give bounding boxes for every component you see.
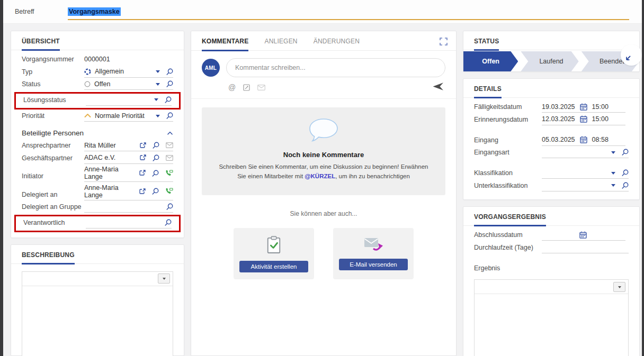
betreff-input[interactable]: Vorgangsmaske <box>68 4 629 20</box>
status-field[interactable]: Offen <box>84 79 173 90</box>
search-icon[interactable] <box>166 68 173 75</box>
send-email-button[interactable]: E-Mail versenden <box>339 259 408 270</box>
phone-contact-icon[interactable] <box>165 188 173 195</box>
mention-icon[interactable]: @ <box>228 84 236 91</box>
calendar-icon[interactable] <box>579 231 587 239</box>
tab-anliegen[interactable]: ANLIEGEN <box>264 38 297 50</box>
abschlussdatum-field[interactable] <box>542 230 625 241</box>
quick-actions: Aktivität erstellen E-Mail versenden <box>191 228 456 279</box>
fullscreen-icon[interactable] <box>440 38 448 48</box>
search-icon[interactable] <box>166 203 173 210</box>
empty-state-title: Noch keine Kommentare <box>218 151 430 159</box>
mail-icon[interactable] <box>166 142 173 148</box>
field-prioritaet: Priorität Normale Priorität <box>11 111 184 122</box>
collapse-panel-button[interactable] <box>621 44 642 66</box>
phone-contact-icon[interactable] <box>165 170 173 177</box>
verantwortlich-field[interactable] <box>86 218 172 229</box>
field-delegiert-an-gruppe: Delegiert an Gruppe <box>11 202 184 213</box>
field-eingangsart: Eingangsart <box>463 148 639 158</box>
status-stepper: Offen Laufend Beendet <box>463 51 639 71</box>
open-record-icon[interactable] <box>140 154 146 161</box>
dropdown-icon[interactable] <box>156 115 160 120</box>
left-column: ÜBERSICHT Vorgangsnummer 0000001 Typ All… <box>11 31 184 356</box>
send-email-card: E-Mail versenden <box>333 228 414 279</box>
type-ring-icon <box>84 68 91 75</box>
prioritaet-field[interactable]: Normale Priorität <box>84 111 173 122</box>
beschreibung-card: BESCHREIBUNG <box>11 244 184 356</box>
comment-input[interactable] <box>226 58 445 77</box>
field-erinnerungsdatum: Erinnerungsdatum 12.03.2025 15:00 <box>463 115 639 125</box>
step-laufend[interactable]: Laufend <box>521 51 578 71</box>
search-icon[interactable] <box>165 96 172 103</box>
dropdown-icon[interactable] <box>154 98 158 103</box>
dropdown-icon[interactable] <box>611 172 615 177</box>
search-icon[interactable] <box>166 80 173 87</box>
search-icon[interactable] <box>152 188 159 195</box>
search-icon[interactable] <box>622 182 629 189</box>
mail-icon[interactable] <box>257 85 265 90</box>
betreff-label: Betreff <box>15 8 34 15</box>
open-record-icon[interactable] <box>139 188 146 195</box>
search-icon[interactable] <box>165 219 172 226</box>
note-icon[interactable] <box>243 84 250 91</box>
durchlaufzeit-field[interactable] <box>542 243 629 253</box>
collapse-chevron-icon[interactable] <box>167 128 173 138</box>
mail-forward-icon <box>363 236 383 252</box>
dropdown-icon[interactable] <box>156 83 160 88</box>
people-title: Beteiligte Personen <box>22 129 84 137</box>
faelligkeitsdatum-field[interactable]: 19.03.2025 15:00 <box>542 102 625 113</box>
ergebnis-label: Ergebnis <box>463 261 639 272</box>
search-icon[interactable] <box>153 142 159 149</box>
search-icon[interactable] <box>153 154 159 161</box>
beschreibung-text[interactable] <box>22 286 173 318</box>
geschaeftspartner-field[interactable]: ADAC e.V. <box>84 153 173 164</box>
field-verantwortlich: Verantwortlich <box>23 218 172 229</box>
delegiert-an-gruppe-field[interactable] <box>84 202 173 213</box>
mention-hint: @KÜRZEL <box>305 173 335 179</box>
uebersicht-card: ÜBERSICHT Vorgangsnummer 0000001 Typ All… <box>11 31 184 238</box>
initiator-field[interactable]: Anne-Maria Lange <box>84 166 173 182</box>
step-offen[interactable]: Offen <box>463 51 518 71</box>
delegiert-an-field[interactable]: Anne-Maria Lange <box>84 184 173 200</box>
tab-kommentare[interactable]: KOMMENTARE <box>202 38 248 51</box>
beschreibung-editor[interactable] <box>22 271 173 356</box>
also-text: Sie können aber auch... <box>191 210 456 217</box>
vorgangsnummer-value: 0000001 <box>84 54 173 65</box>
ansprechpartner-field[interactable]: Rita Müller <box>84 141 173 151</box>
dropdown-icon[interactable] <box>156 70 160 75</box>
search-icon[interactable] <box>622 169 629 176</box>
editor-dropdown-button[interactable] <box>613 282 625 292</box>
klassifikation-field[interactable] <box>542 168 629 179</box>
calendar-icon[interactable] <box>580 115 587 123</box>
dropdown-icon[interactable] <box>611 151 615 156</box>
beschreibung-title: BESCHREIBUNG <box>22 251 75 264</box>
send-icon[interactable] <box>432 82 444 93</box>
create-activity-button[interactable]: Aktivität erstellen <box>239 261 308 272</box>
search-icon[interactable] <box>622 149 629 156</box>
open-record-icon[interactable] <box>139 170 146 176</box>
open-record-icon[interactable] <box>140 142 146 149</box>
dropdown-icon[interactable] <box>611 184 615 189</box>
window-edge-left <box>0 0 3 356</box>
uebersicht-title: ÜBERSICHT <box>22 38 60 51</box>
mail-icon[interactable] <box>166 155 173 161</box>
right-column: STATUS Offen Laufend Beendet DETAILS Fäl… <box>463 31 640 356</box>
field-faelligkeitsdatum: Fälligkeitsdatum 19.03.2025 15:00 <box>463 102 639 113</box>
eingang-field[interactable]: 05.03.2025 08:58 <box>542 135 625 146</box>
typ-field[interactable]: Allgemein <box>84 67 173 78</box>
annotation-box-verantwortlich: Verantwortlich <box>14 215 181 232</box>
loesungsstatus-field[interactable] <box>86 95 172 106</box>
unterklassifikation-field[interactable] <box>542 181 629 191</box>
editor-dropdown-button[interactable] <box>158 273 170 284</box>
search-icon[interactable] <box>166 112 173 119</box>
calendar-icon[interactable] <box>580 136 587 143</box>
details-title: DETAILS <box>474 85 502 98</box>
middle-column: KOMMENTARE ANLIEGEN ÄNDERUNGEN AML @ <box>191 31 457 356</box>
tab-aenderungen[interactable]: ÄNDERUNGEN <box>314 38 360 50</box>
ergebnis-editor[interactable] <box>474 279 629 356</box>
eingangsart-field[interactable] <box>542 148 629 158</box>
field-durchlaufzeit: Durchlaufzeit (Tage) <box>463 243 639 253</box>
erinnerungsdatum-field[interactable]: 12.03.2025 15:00 <box>542 115 625 125</box>
search-icon[interactable] <box>152 170 159 177</box>
calendar-icon[interactable] <box>580 103 587 111</box>
